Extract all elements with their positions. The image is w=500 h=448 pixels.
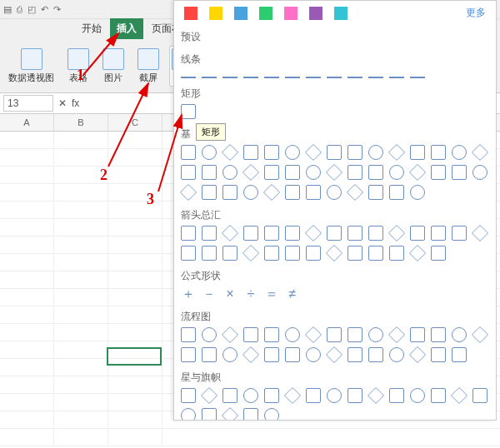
shape-option[interactable] bbox=[368, 226, 383, 241]
col-header-b[interactable]: B bbox=[54, 114, 108, 131]
cell[interactable] bbox=[0, 411, 54, 428]
cell[interactable] bbox=[0, 202, 54, 218]
shape-option[interactable] bbox=[243, 408, 258, 421]
shape-option[interactable] bbox=[222, 144, 238, 161]
shape-option[interactable] bbox=[222, 165, 238, 180]
cell[interactable] bbox=[54, 149, 108, 166]
shape-option[interactable] bbox=[264, 145, 279, 160]
cell[interactable] bbox=[0, 167, 54, 183]
shape-option[interactable] bbox=[368, 387, 384, 404]
category-icon[interactable] bbox=[334, 7, 348, 20]
shape-option[interactable] bbox=[431, 226, 446, 241]
shape-option[interactable] bbox=[431, 327, 446, 342]
shape-option[interactable] bbox=[201, 387, 218, 404]
cell[interactable] bbox=[0, 359, 54, 376]
shape-option[interactable] bbox=[222, 185, 238, 200]
ribbon-picture[interactable]: 图片 bbox=[99, 47, 128, 86]
shape-option[interactable] bbox=[202, 185, 217, 200]
tab-home[interactable]: 开始 bbox=[75, 18, 108, 39]
shape-option[interactable]: － bbox=[202, 286, 217, 301]
shape-option[interactable] bbox=[222, 246, 238, 261]
shape-option[interactable] bbox=[285, 226, 300, 241]
shape-option[interactable] bbox=[263, 184, 280, 201]
shape-option[interactable] bbox=[368, 70, 383, 78]
shape-option[interactable] bbox=[409, 245, 426, 261]
cell[interactable] bbox=[108, 202, 162, 218]
shape-option[interactable] bbox=[452, 165, 467, 180]
cell[interactable] bbox=[108, 149, 162, 166]
cell[interactable] bbox=[108, 411, 162, 428]
shape-option[interactable] bbox=[388, 225, 405, 241]
shape-option[interactable] bbox=[305, 326, 322, 343]
tab-insert[interactable]: 插入 bbox=[110, 18, 143, 39]
cell[interactable] bbox=[0, 132, 54, 148]
shape-option[interactable] bbox=[285, 185, 300, 200]
selected-cell[interactable] bbox=[107, 347, 162, 366]
shape-option[interactable] bbox=[202, 347, 217, 362]
shape-option[interactable] bbox=[202, 226, 217, 241]
cell[interactable] bbox=[0, 289, 54, 306]
cell[interactable] bbox=[54, 376, 108, 393]
shape-option[interactable] bbox=[285, 246, 300, 261]
col-header-c[interactable]: C bbox=[108, 114, 162, 131]
shape-option[interactable] bbox=[431, 145, 446, 160]
shape-option[interactable] bbox=[431, 165, 446, 180]
shape-option[interactable] bbox=[306, 165, 321, 180]
shape-option[interactable] bbox=[181, 145, 196, 160]
shape-option[interactable] bbox=[431, 388, 446, 403]
shape-option[interactable] bbox=[348, 388, 362, 403]
shape-option[interactable] bbox=[347, 184, 363, 201]
print-icon[interactable]: ⎙ bbox=[17, 4, 22, 14]
cell[interactable] bbox=[0, 271, 54, 288]
cell[interactable] bbox=[108, 184, 162, 201]
shape-option[interactable] bbox=[284, 387, 301, 404]
cell[interactable] bbox=[54, 219, 108, 236]
cell[interactable] bbox=[54, 236, 108, 253]
cell[interactable] bbox=[108, 289, 162, 306]
shape-option[interactable] bbox=[389, 347, 404, 362]
shape-option[interactable] bbox=[243, 226, 258, 241]
cell[interactable] bbox=[108, 306, 162, 323]
shape-option[interactable] bbox=[202, 70, 217, 78]
shape-option[interactable] bbox=[181, 388, 196, 403]
shape-option[interactable] bbox=[472, 388, 488, 403]
cell[interactable] bbox=[54, 394, 108, 411]
shape-option[interactable] bbox=[222, 326, 238, 343]
cell[interactable] bbox=[0, 236, 54, 253]
shape-option[interactable] bbox=[306, 388, 321, 403]
shape-option[interactable] bbox=[389, 388, 404, 403]
shape-option[interactable] bbox=[202, 246, 217, 261]
shape-option[interactable] bbox=[368, 347, 383, 362]
shape-option[interactable] bbox=[285, 165, 300, 180]
shape-option[interactable] bbox=[243, 70, 258, 78]
shape-option[interactable] bbox=[306, 70, 321, 78]
shape-option[interactable] bbox=[327, 327, 342, 342]
shape-option[interactable] bbox=[431, 347, 446, 362]
cell[interactable] bbox=[54, 411, 108, 428]
shape-option[interactable] bbox=[181, 104, 196, 119]
col-header-a[interactable]: A bbox=[0, 114, 54, 131]
shape-option[interactable] bbox=[368, 327, 383, 342]
shape-option[interactable] bbox=[202, 165, 217, 180]
cell[interactable] bbox=[108, 167, 162, 183]
undo-icon[interactable]: ↶ bbox=[41, 4, 48, 15]
cell[interactable] bbox=[108, 219, 162, 236]
redo-icon[interactable]: ↷ bbox=[53, 4, 61, 15]
shape-option[interactable] bbox=[242, 346, 259, 363]
cell[interactable] bbox=[0, 324, 54, 341]
category-icon[interactable] bbox=[184, 7, 198, 20]
shape-option[interactable] bbox=[285, 347, 300, 362]
shape-option[interactable] bbox=[389, 246, 404, 261]
cell[interactable] bbox=[54, 359, 108, 376]
shape-option[interactable] bbox=[243, 327, 258, 342]
shape-option[interactable] bbox=[327, 388, 342, 403]
shape-option[interactable] bbox=[202, 145, 217, 160]
shape-option[interactable] bbox=[181, 165, 196, 180]
shape-option[interactable] bbox=[242, 164, 259, 181]
shape-option[interactable] bbox=[348, 145, 362, 160]
shape-option[interactable] bbox=[452, 226, 467, 241]
shape-option[interactable] bbox=[264, 226, 279, 241]
shape-option[interactable] bbox=[368, 246, 383, 261]
cell[interactable] bbox=[0, 429, 54, 446]
shape-option[interactable] bbox=[305, 144, 322, 161]
